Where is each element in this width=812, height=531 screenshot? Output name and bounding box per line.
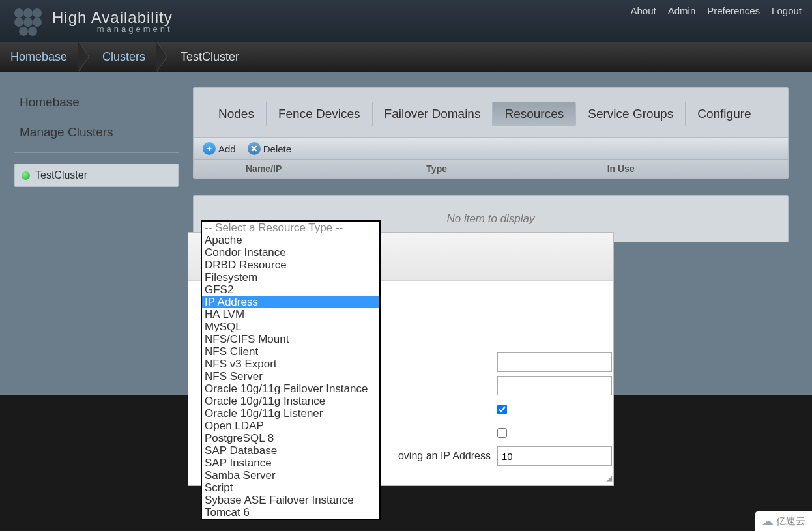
- cluster-panel: Nodes Fence Devices Failover Domains Res…: [193, 87, 789, 179]
- svg-point-5: [33, 18, 42, 27]
- main-area: Homebase Manage Clusters TestCluster Nod…: [0, 72, 812, 242]
- col-name: Name/IP: [246, 164, 426, 174]
- netmask-input[interactable]: [497, 376, 612, 395]
- svg-point-6: [19, 27, 28, 36]
- select-option[interactable]: Open LDAP: [202, 420, 379, 432]
- watermark-text: 亿速云: [776, 515, 805, 528]
- select-option[interactable]: Tomcat 6: [202, 506, 379, 519]
- nav-logout[interactable]: Logout: [772, 5, 802, 16]
- logo: High Availability management: [10, 5, 173, 36]
- add-label: Add: [218, 143, 236, 154]
- tab-service-groups[interactable]: Service Groups: [576, 102, 686, 126]
- status-dot-icon: [22, 171, 30, 180]
- app-header: High Availability management About Admin…: [0, 0, 812, 42]
- select-option[interactable]: Oracle 10g/11g Failover Instance: [202, 382, 379, 395]
- select-option[interactable]: Script: [202, 481, 379, 494]
- svg-point-0: [14, 8, 23, 18]
- monitor-checkbox[interactable]: [497, 405, 507, 414]
- svg-point-7: [28, 27, 37, 36]
- breadcrumb-clusters[interactable]: Clusters: [102, 50, 157, 64]
- sleeptime-input[interactable]: [497, 446, 612, 466]
- col-inuse: In Use: [607, 164, 788, 174]
- nav-preferences[interactable]: Preferences: [707, 5, 760, 16]
- select-option[interactable]: GFS2: [202, 283, 379, 296]
- delete-button[interactable]: ✕ Delete: [248, 142, 291, 155]
- select-option[interactable]: HA LVM: [202, 308, 379, 321]
- svg-point-3: [14, 18, 23, 27]
- divider: [14, 152, 179, 153]
- select-option[interactable]: NFS/CIFS Mount: [202, 333, 379, 345]
- svg-point-1: [23, 8, 33, 18]
- nav-admin[interactable]: Admin: [668, 5, 696, 16]
- select-option[interactable]: Oracle 10g/11g Listener: [202, 407, 379, 420]
- select-option[interactable]: Samba Server: [202, 469, 379, 481]
- col-type: Type: [426, 164, 607, 174]
- select-option[interactable]: Sybase ASE Failover Instance: [202, 494, 379, 506]
- add-button[interactable]: + Add: [203, 142, 236, 155]
- chevron-right-icon: [157, 42, 173, 72]
- cloud-icon: ☁: [762, 514, 774, 528]
- nav-about[interactable]: About: [631, 5, 656, 16]
- select-option[interactable]: DRBD Resource: [202, 259, 379, 271]
- sidebar-homebase[interactable]: Homebase: [14, 87, 179, 117]
- sidebar: Homebase Manage Clusters TestCluster: [0, 87, 193, 242]
- select-option[interactable]: MySQL: [202, 321, 379, 333]
- select-option[interactable]: NFS v3 Export: [202, 358, 379, 370]
- col-blank: [194, 164, 246, 174]
- svg-point-4: [23, 18, 33, 27]
- logo-icon: [10, 5, 46, 36]
- tab-resources[interactable]: Resources: [493, 102, 576, 126]
- breadcrumb: Homebase Clusters TestCluster: [0, 42, 812, 72]
- select-option[interactable]: SAP Instance: [202, 457, 379, 469]
- content-panel: Nodes Fence Devices Failover Domains Res…: [193, 87, 789, 242]
- svg-point-2: [33, 8, 42, 18]
- x-icon: ✕: [248, 142, 261, 155]
- tab-nodes[interactable]: Nodes: [207, 102, 267, 126]
- breadcrumb-current: TestCluster: [181, 50, 251, 64]
- select-placeholder[interactable]: -- Select a Resource Type --: [202, 222, 379, 234]
- empty-message: No item to display: [446, 212, 534, 225]
- delete-label: Delete: [263, 143, 291, 154]
- top-nav: About Admin Preferences Logout: [631, 5, 802, 16]
- resource-type-select[interactable]: -- Select a Resource Type -- ApacheCondo…: [201, 220, 381, 520]
- sidebar-cluster-item[interactable]: TestCluster: [14, 164, 179, 187]
- select-option[interactable]: Oracle 10g/11g Instance: [202, 395, 379, 407]
- select-option[interactable]: PostgreSQL 8: [202, 432, 379, 444]
- tab-failover-domains[interactable]: Failover Domains: [373, 102, 493, 126]
- breadcrumb-homebase[interactable]: Homebase: [10, 50, 79, 64]
- watermark: ☁ 亿速云: [755, 511, 812, 531]
- plus-icon: +: [203, 142, 216, 155]
- select-option[interactable]: NFS Client: [202, 345, 379, 358]
- tabs: Nodes Fence Devices Failover Domains Res…: [194, 88, 788, 137]
- sidebar-manage-clusters[interactable]: Manage Clusters: [14, 117, 179, 147]
- ip-address-input[interactable]: [497, 352, 612, 372]
- toolbar: + Add ✕ Delete: [194, 137, 788, 159]
- table-header: Name/IP Type In Use: [194, 159, 788, 178]
- cluster-name: TestCluster: [35, 169, 87, 181]
- tab-configure[interactable]: Configure: [686, 102, 762, 126]
- select-option[interactable]: IP Address: [202, 296, 379, 308]
- select-option[interactable]: NFS Server: [202, 370, 379, 382]
- chevron-right-icon: [79, 42, 94, 72]
- tab-fence-devices[interactable]: Fence Devices: [267, 102, 373, 126]
- select-option[interactable]: Apache: [202, 234, 379, 246]
- select-option[interactable]: Condor Instance: [202, 246, 379, 259]
- disable-checkbox[interactable]: [497, 428, 507, 438]
- select-option[interactable]: Filesystem: [202, 271, 379, 283]
- select-option[interactable]: SAP Database: [202, 444, 379, 457]
